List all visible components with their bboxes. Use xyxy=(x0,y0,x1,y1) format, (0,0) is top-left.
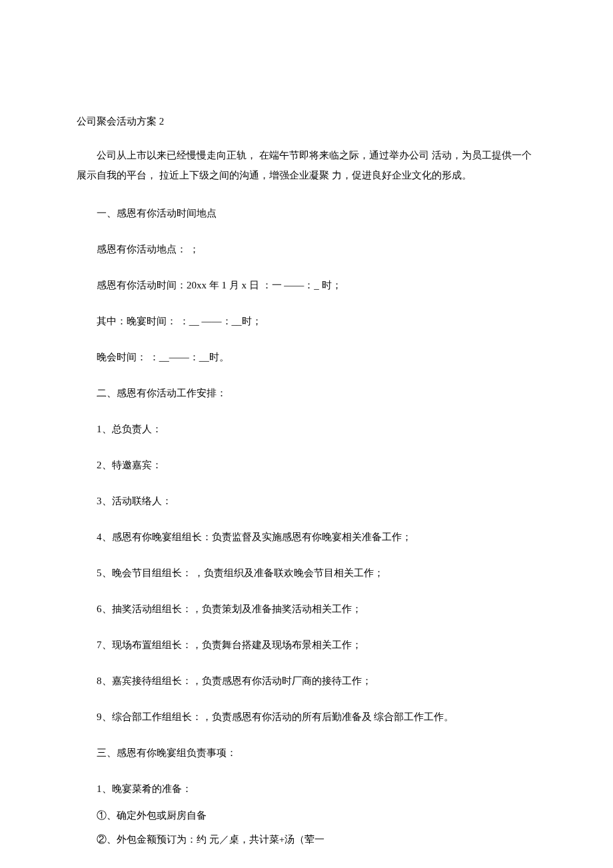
section-2-item-8: 8、嘉宾接待组组长：，负责感恩有你活动时厂商的接待工作； xyxy=(77,673,536,689)
intro-paragraph: 公司从上市以来已经慢慢走向正轨， 在端午节即将来临之际，通过举办公司 活动，为员… xyxy=(77,145,536,185)
section-1-heading: 一、感恩有你活动时间地点 xyxy=(77,205,536,221)
section-2-item-5: 5、晚会节目组组长： ，负责组织及准备联欢晚会节目相关工作； xyxy=(77,565,536,581)
section-2-item-2: 2、特邀嘉宾： xyxy=(77,457,536,473)
section-3-heading: 三、感恩有你晚宴组负责事项： xyxy=(77,745,536,761)
section-3-item-1b: ②、外包金额预订为：约 元／桌，共计菜+汤（荤一 xyxy=(77,831,536,847)
section-1-dinner-time: 其中：晚宴时间： ：__ ——：__时； xyxy=(77,313,536,329)
section-1-time: 感恩有你活动时间：20xx 年 1 月 x 日 ：一 ——：_ 时； xyxy=(77,277,536,293)
section-1-location: 感恩有你活动地点： ； xyxy=(77,241,536,257)
section-2-item-6: 6、抽奖活动组组长：，负责策划及准备抽奖活动相关工作； xyxy=(77,601,536,617)
section-1-party-time: 晚会时间： ：__——：__时。 xyxy=(77,349,536,365)
section-2-item-7: 7、现场布置组组长：，负责舞台搭建及现场布景相关工作； xyxy=(77,637,536,653)
document-title: 公司聚会活动方案 2 xyxy=(77,113,536,129)
section-3-item-1a: ①、确定外包或厨房自备 xyxy=(77,807,536,823)
section-2-heading: 二、感恩有你活动工作安排： xyxy=(77,385,536,401)
section-2-item-1: 1、总负责人： xyxy=(77,421,536,437)
section-2-item-4: 4、感恩有你晚宴组组长：负责监督及实施感恩有你晚宴相关准备工作； xyxy=(77,529,536,545)
section-2-item-9: 9、综合部工作组组长：，负责感恩有你活动的所有后勤准备及 综合部工作工作。 xyxy=(77,709,536,725)
section-2-item-3: 3、活动联络人： xyxy=(77,493,536,509)
section-3-item-1: 1、晚宴菜肴的准备： xyxy=(77,781,536,797)
